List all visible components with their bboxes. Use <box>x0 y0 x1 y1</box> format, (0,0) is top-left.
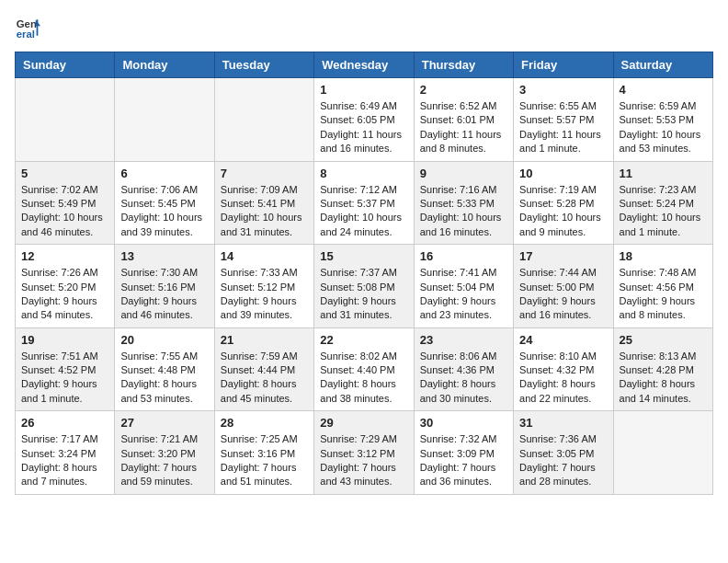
weekday-header: Tuesday <box>214 52 313 78</box>
calendar-cell: 16Sunrise: 7:41 AM Sunset: 5:04 PM Dayli… <box>414 245 513 328</box>
day-number: 11 <box>620 167 707 180</box>
calendar-cell: 11Sunrise: 7:23 AM Sunset: 5:24 PM Dayli… <box>613 161 712 245</box>
weekday-header: Saturday <box>613 52 712 78</box>
calendar-cell: 28Sunrise: 7:25 AM Sunset: 3:16 PM Dayli… <box>214 411 313 495</box>
day-info: Sunrise: 7:32 AM Sunset: 3:09 PM Dayligh… <box>420 432 507 489</box>
svg-text:eral: eral <box>17 29 35 40</box>
weekday-header: Thursday <box>414 52 513 78</box>
day-info: Sunrise: 7:25 AM Sunset: 3:16 PM Dayligh… <box>221 432 308 489</box>
calendar-cell <box>115 78 214 162</box>
day-info: Sunrise: 7:19 AM Sunset: 5:28 PM Dayligh… <box>519 183 607 240</box>
day-number: 21 <box>221 333 308 347</box>
weekday-header: Monday <box>115 52 214 78</box>
calendar-cell: 17Sunrise: 7:44 AM Sunset: 5:00 PM Dayli… <box>514 245 613 328</box>
calendar-cell: 9Sunrise: 7:16 AM Sunset: 5:33 PM Daylig… <box>414 161 513 245</box>
day-info: Sunrise: 6:59 AM Sunset: 5:53 PM Dayligh… <box>620 99 707 156</box>
weekday-header: Sunday <box>16 52 115 78</box>
calendar-cell: 29Sunrise: 7:29 AM Sunset: 3:12 PM Dayli… <box>314 411 414 495</box>
day-info: Sunrise: 7:02 AM Sunset: 5:49 PM Dayligh… <box>21 183 108 240</box>
day-number: 31 <box>519 416 607 430</box>
calendar-table: SundayMondayTuesdayWednesdayThursdayFrid… <box>15 52 713 495</box>
day-number: 20 <box>120 333 208 347</box>
day-info: Sunrise: 7:37 AM Sunset: 5:08 PM Dayligh… <box>320 266 407 323</box>
day-number: 29 <box>320 416 407 430</box>
calendar-week-row: 26Sunrise: 7:17 AM Sunset: 3:24 PM Dayli… <box>16 411 713 495</box>
day-info: Sunrise: 7:06 AM Sunset: 5:45 PM Dayligh… <box>120 183 208 240</box>
weekday-header: Friday <box>514 52 613 78</box>
calendar-cell: 4Sunrise: 6:59 AM Sunset: 5:53 PM Daylig… <box>613 78 712 162</box>
day-info: Sunrise: 7:30 AM Sunset: 5:16 PM Dayligh… <box>120 266 208 323</box>
day-number: 5 <box>21 167 108 180</box>
calendar-week-row: 19Sunrise: 7:51 AM Sunset: 4:52 PM Dayli… <box>16 327 713 411</box>
day-number: 27 <box>120 416 208 430</box>
day-number: 28 <box>221 416 308 430</box>
calendar-cell: 23Sunrise: 8:06 AM Sunset: 4:36 PM Dayli… <box>414 327 513 411</box>
calendar-cell: 1Sunrise: 6:49 AM Sunset: 6:05 PM Daylig… <box>314 78 414 162</box>
calendar-cell: 31Sunrise: 7:36 AM Sunset: 3:05 PM Dayli… <box>514 411 613 495</box>
day-number: 9 <box>420 167 507 180</box>
day-info: Sunrise: 6:49 AM Sunset: 6:05 PM Dayligh… <box>320 99 407 156</box>
day-info: Sunrise: 8:13 AM Sunset: 4:28 PM Dayligh… <box>620 350 707 407</box>
day-info: Sunrise: 7:48 AM Sunset: 4:56 PM Dayligh… <box>620 266 707 323</box>
day-info: Sunrise: 7:36 AM Sunset: 3:05 PM Dayligh… <box>519 432 607 489</box>
day-info: Sunrise: 8:10 AM Sunset: 4:32 PM Dayligh… <box>519 350 607 407</box>
calendar-cell: 27Sunrise: 7:21 AM Sunset: 3:20 PM Dayli… <box>115 411 214 495</box>
calendar-cell: 6Sunrise: 7:06 AM Sunset: 5:45 PM Daylig… <box>115 161 214 245</box>
calendar-cell: 30Sunrise: 7:32 AM Sunset: 3:09 PM Dayli… <box>414 411 513 495</box>
day-info: Sunrise: 7:17 AM Sunset: 3:24 PM Dayligh… <box>21 432 108 489</box>
calendar-cell <box>613 411 712 495</box>
calendar-cell: 2Sunrise: 6:52 AM Sunset: 6:01 PM Daylig… <box>414 78 513 162</box>
day-info: Sunrise: 7:09 AM Sunset: 5:41 PM Dayligh… <box>221 183 308 240</box>
day-number: 8 <box>320 167 407 180</box>
day-number: 23 <box>420 333 507 347</box>
day-number: 24 <box>519 333 607 347</box>
calendar-cell: 12Sunrise: 7:26 AM Sunset: 5:20 PM Dayli… <box>16 245 115 328</box>
calendar-cell: 19Sunrise: 7:51 AM Sunset: 4:52 PM Dayli… <box>16 327 115 411</box>
calendar-cell: 18Sunrise: 7:48 AM Sunset: 4:56 PM Dayli… <box>613 245 712 328</box>
day-info: Sunrise: 7:21 AM Sunset: 3:20 PM Dayligh… <box>120 432 208 489</box>
day-number: 10 <box>519 167 607 180</box>
calendar-cell: 25Sunrise: 8:13 AM Sunset: 4:28 PM Dayli… <box>613 327 712 411</box>
day-info: Sunrise: 7:16 AM Sunset: 5:33 PM Dayligh… <box>420 183 507 240</box>
day-number: 15 <box>320 249 407 263</box>
calendar-cell: 8Sunrise: 7:12 AM Sunset: 5:37 PM Daylig… <box>314 161 414 245</box>
calendar-cell: 20Sunrise: 7:55 AM Sunset: 4:48 PM Dayli… <box>115 327 214 411</box>
logo-icon: Gen eral <box>15 15 40 40</box>
day-number: 4 <box>620 83 707 97</box>
logo: Gen eral <box>15 15 44 40</box>
day-number: 18 <box>620 249 707 263</box>
calendar-cell: 10Sunrise: 7:19 AM Sunset: 5:28 PM Dayli… <box>514 161 613 245</box>
calendar-cell <box>16 78 115 162</box>
day-number: 17 <box>519 249 607 263</box>
calendar-week-row: 5Sunrise: 7:02 AM Sunset: 5:49 PM Daylig… <box>16 161 713 245</box>
day-info: Sunrise: 7:44 AM Sunset: 5:00 PM Dayligh… <box>519 266 607 323</box>
calendar-cell: 3Sunrise: 6:55 AM Sunset: 5:57 PM Daylig… <box>514 78 613 162</box>
day-info: Sunrise: 7:33 AM Sunset: 5:12 PM Dayligh… <box>221 266 308 323</box>
day-number: 30 <box>420 416 507 430</box>
calendar-cell: 21Sunrise: 7:59 AM Sunset: 4:44 PM Dayli… <box>214 327 313 411</box>
day-info: Sunrise: 6:52 AM Sunset: 6:01 PM Dayligh… <box>420 99 507 156</box>
calendar-cell: 22Sunrise: 8:02 AM Sunset: 4:40 PM Dayli… <box>314 327 414 411</box>
calendar-header-row: SundayMondayTuesdayWednesdayThursdayFrid… <box>16 52 713 78</box>
day-number: 16 <box>420 249 507 263</box>
day-info: Sunrise: 8:02 AM Sunset: 4:40 PM Dayligh… <box>320 350 407 407</box>
page-header: Gen eral <box>15 15 713 40</box>
weekday-header: Wednesday <box>314 52 414 78</box>
day-number: 14 <box>221 249 308 263</box>
day-number: 7 <box>221 167 308 180</box>
day-number: 3 <box>519 83 607 97</box>
day-info: Sunrise: 7:29 AM Sunset: 3:12 PM Dayligh… <box>320 432 407 489</box>
calendar-cell: 26Sunrise: 7:17 AM Sunset: 3:24 PM Dayli… <box>16 411 115 495</box>
day-number: 2 <box>420 83 507 97</box>
calendar-cell: 13Sunrise: 7:30 AM Sunset: 5:16 PM Dayli… <box>115 245 214 328</box>
day-info: Sunrise: 7:12 AM Sunset: 5:37 PM Dayligh… <box>320 183 407 240</box>
day-number: 19 <box>21 333 108 347</box>
day-info: Sunrise: 7:55 AM Sunset: 4:48 PM Dayligh… <box>120 350 208 407</box>
calendar-cell: 24Sunrise: 8:10 AM Sunset: 4:32 PM Dayli… <box>514 327 613 411</box>
day-info: Sunrise: 8:06 AM Sunset: 4:36 PM Dayligh… <box>420 350 507 407</box>
day-number: 6 <box>120 167 208 180</box>
day-number: 26 <box>21 416 108 430</box>
calendar-cell <box>214 78 313 162</box>
day-number: 25 <box>620 333 707 347</box>
day-number: 12 <box>21 249 108 263</box>
